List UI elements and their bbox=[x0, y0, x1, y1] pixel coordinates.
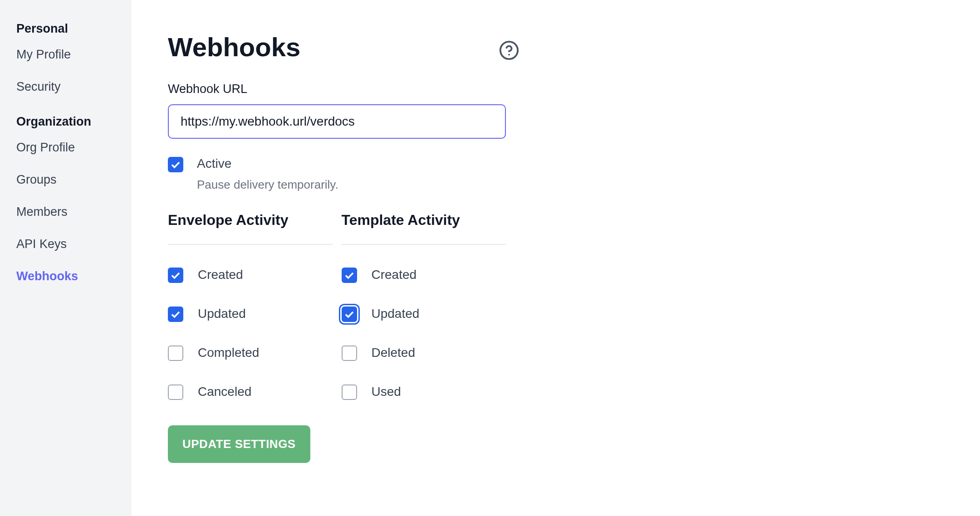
envelope-created-checkbox[interactable] bbox=[168, 268, 183, 283]
envelope-created-row: Created bbox=[168, 267, 333, 283]
template-updated-row: Updated bbox=[342, 306, 506, 322]
template-activity-column: Template Activity Created Updated Delete… bbox=[342, 212, 506, 463]
envelope-updated-row: Updated bbox=[168, 306, 333, 322]
envelope-canceled-label: Canceled bbox=[198, 385, 251, 399]
template-created-row: Created bbox=[342, 267, 506, 283]
template-updated-checkbox[interactable] bbox=[342, 307, 357, 322]
envelope-updated-checkbox[interactable] bbox=[168, 307, 183, 322]
webhook-url-label: Webhook URL bbox=[168, 82, 506, 96]
sidebar-heading-personal: Personal bbox=[16, 22, 115, 36]
envelope-created-label: Created bbox=[198, 268, 243, 282]
envelope-completed-label: Completed bbox=[198, 346, 259, 360]
envelope-completed-checkbox[interactable] bbox=[168, 346, 183, 361]
template-created-label: Created bbox=[372, 268, 417, 282]
active-checkbox[interactable] bbox=[168, 157, 183, 172]
template-activity-heading: Template Activity bbox=[342, 212, 506, 245]
envelope-updated-label: Updated bbox=[198, 307, 246, 321]
template-used-label: Used bbox=[372, 385, 401, 399]
sidebar-item-api-keys[interactable]: API Keys bbox=[16, 237, 115, 251]
template-used-row: Used bbox=[342, 384, 506, 400]
main-content: Webhooks Webhook URL Active Pause delive… bbox=[132, 0, 547, 516]
update-settings-button[interactable]: Update Settings bbox=[168, 425, 310, 463]
envelope-completed-row: Completed bbox=[168, 345, 333, 361]
envelope-activity-column: Envelope Activity Created Updated Comple… bbox=[168, 212, 333, 463]
webhook-url-input[interactable] bbox=[168, 104, 506, 139]
active-label: Active bbox=[197, 156, 338, 171]
sidebar-item-my-profile[interactable]: My Profile bbox=[16, 48, 115, 62]
envelope-activity-heading: Envelope Activity bbox=[168, 212, 333, 245]
template-deleted-label: Deleted bbox=[372, 346, 416, 360]
sidebar-item-webhooks[interactable]: Webhooks bbox=[16, 269, 115, 283]
sidebar-item-members[interactable]: Members bbox=[16, 205, 115, 219]
template-created-checkbox[interactable] bbox=[342, 268, 357, 283]
template-deleted-row: Deleted bbox=[342, 345, 506, 361]
sidebar-section-personal: Personal My Profile Security bbox=[16, 22, 115, 94]
envelope-canceled-row: Canceled bbox=[168, 384, 333, 400]
active-help: Pause delivery temporarily. bbox=[197, 178, 338, 192]
sidebar: Personal My Profile Security Organizatio… bbox=[0, 0, 132, 516]
template-used-checkbox[interactable] bbox=[342, 385, 357, 400]
sidebar-item-security[interactable]: Security bbox=[16, 80, 115, 94]
sidebar-item-org-profile[interactable]: Org Profile bbox=[16, 141, 115, 155]
right-whitespace bbox=[547, 0, 980, 516]
activity-columns: Envelope Activity Created Updated Comple… bbox=[168, 212, 506, 463]
page-title: Webhooks bbox=[168, 32, 506, 62]
sidebar-item-groups[interactable]: Groups bbox=[16, 173, 115, 187]
template-deleted-checkbox[interactable] bbox=[342, 346, 357, 361]
sidebar-heading-organization: Organization bbox=[16, 115, 115, 129]
envelope-canceled-checkbox[interactable] bbox=[168, 385, 183, 400]
sidebar-section-organization: Organization Org Profile Groups Members … bbox=[16, 115, 115, 283]
template-updated-label: Updated bbox=[372, 307, 420, 321]
help-circle-icon[interactable] bbox=[499, 40, 519, 61]
active-row: Active Pause delivery temporarily. bbox=[168, 156, 506, 192]
